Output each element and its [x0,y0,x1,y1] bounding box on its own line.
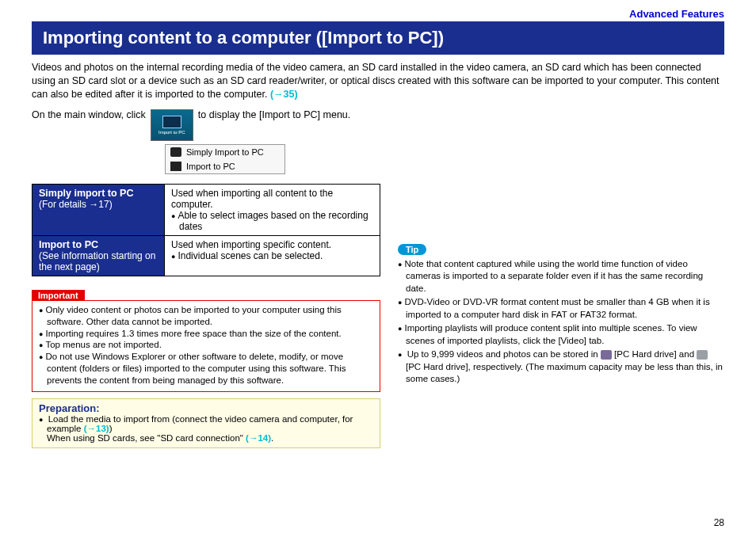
tip4b: [PC Hard drive] and [612,349,697,359]
important-b2: Importing requires 1.3 times more free s… [39,328,373,340]
hdd-video-icon [601,350,612,360]
page-title: Importing content to a computer ([Import… [32,21,724,55]
prep-ref13[interactable]: (→13) [84,424,109,433]
row1-label-small: (For details →17) [39,199,113,210]
row1-desc: Used when importing all content to the c… [165,184,380,235]
row2-desc: Used when importing specific content. In… [165,235,380,276]
tip1: Note that content captured while using t… [398,258,724,295]
row1-desc1: Used when importing all content to the c… [171,188,373,210]
important-b3: Top menus are not imported. [39,339,373,351]
pc-icon [170,162,181,171]
row1-label: Simply import to PC (For details →17) [32,184,165,235]
menu-item-import[interactable]: Import to PC [166,159,284,173]
row1-label-bold: Simply import to PC [39,188,133,199]
import-menu-dropdown: Simply Import to PC Import to PC [165,144,285,174]
intro-text: Videos and photos on the internal record… [32,62,720,100]
tip-tag: Tip [398,244,426,255]
click-instruction: On the main window, click Import to PC t… [32,109,724,141]
preparation-b1: Load the media to import from (connect t… [39,414,373,443]
camera-icon [170,147,181,157]
important-b4: Do not use Windows Explorer or other sof… [39,351,373,386]
important-tag: Important [32,290,85,301]
prep-b1c: When using SD cards, see "SD card connec… [47,433,246,443]
tip-list: Note that content captured while using t… [398,258,724,386]
tip4a: Up to 9,999 videos and photos can be sto… [407,349,601,359]
row2-label-small: (See information starting on the next pa… [39,250,155,272]
intro-crossref[interactable]: (→35) [270,89,298,100]
tip3: Importing playlists will produce content… [398,322,724,347]
tip2: DVD-Video or DVD-VR format content must … [398,296,724,321]
import-to-pc-button-icon: Import to PC [151,109,193,141]
row2-label-bold: Import to PC [39,239,98,250]
tip4c: [PC Hard drive], respectively. (The maxi… [406,362,723,384]
hdd-photo-icon [697,350,708,360]
btn-label: Import to PC [158,130,185,135]
monitor-icon [162,116,181,128]
row2-label: Import to PC (See information starting o… [32,235,165,276]
row2-desc2: Individual scenes can be selected. [171,250,373,261]
row2-desc1: Used when importing specific content. [171,239,373,250]
prep-b1d: . [271,433,273,443]
section-header-link[interactable]: Advanced Features [32,8,724,20]
click-pre: On the main window, click [32,109,146,120]
menu-item-simply-import[interactable]: Simply Import to PC [166,145,284,159]
intro-paragraph: Videos and photos on the internal record… [32,61,724,101]
important-b1: Only video content or photos can be impo… [39,304,373,328]
menu-item2-label: Import to PC [186,162,235,171]
tip4: Up to 9,999 videos and photos can be sto… [398,348,724,386]
row1-desc2: Able to select images based on the recor… [171,210,373,232]
page-number: 28 [714,517,724,528]
prep-ref14[interactable]: (→14) [246,433,271,443]
preparation-header: Preparation: [39,402,373,414]
prep-b1b: ) [109,424,113,433]
menu-item1-label: Simply Import to PC [186,147,264,157]
important-box: Only video content or photos can be impo… [32,300,380,393]
options-table: Simply import to PC (For details →17) Us… [32,184,380,276]
preparation-box: Preparation: Load the media to import fr… [32,398,380,448]
click-post: to display the [Import to PC] menu. [198,109,350,120]
